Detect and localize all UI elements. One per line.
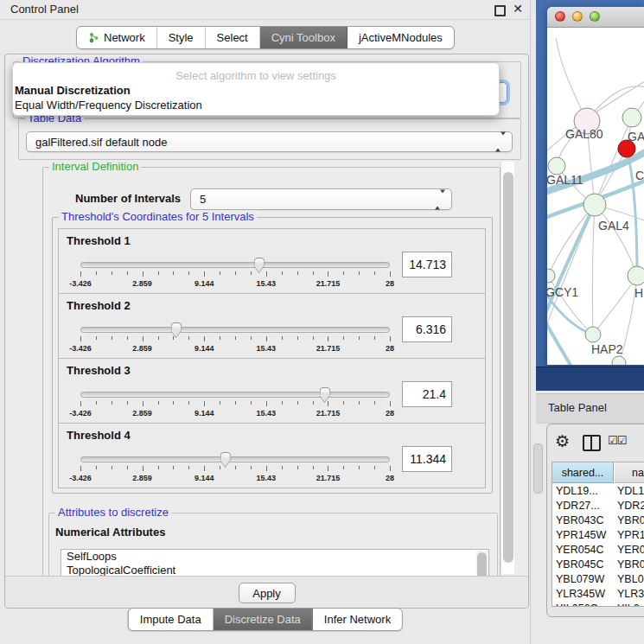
attribute-item-selfloops[interactable]: SelfLoops xyxy=(61,550,488,564)
node-label: HAP2 xyxy=(591,342,623,356)
table-row[interactable]: YIL052CYIL0 xyxy=(552,602,644,606)
network-canvas[interactable]: GAL80GACGAL11GAL4GCY1HHAP2 xyxy=(547,28,644,365)
slider-tick xyxy=(251,466,252,469)
network-node-h[interactable] xyxy=(628,266,644,285)
table-body[interactable]: YDL19...YDL1YDR27...YDR2YBR043CYBR0YPR14… xyxy=(552,484,644,606)
splitter-handle[interactable] xyxy=(533,443,543,494)
slider-tick xyxy=(313,401,314,405)
network-icon xyxy=(88,32,99,43)
checkbox-icons[interactable]: ☑☑ xyxy=(608,434,626,447)
slider-tick-label: -3.426 xyxy=(69,344,92,353)
slider-tick xyxy=(313,466,314,469)
number-of-intervals-combo[interactable]: 5 xyxy=(190,188,452,210)
float-panel-icon[interactable] xyxy=(494,5,506,16)
slider-tick xyxy=(359,401,360,405)
apply-bar: Apply xyxy=(5,576,528,608)
network-node-ga[interactable] xyxy=(622,108,641,127)
attributes-list-scrollbar[interactable] xyxy=(476,551,488,576)
slider-tick xyxy=(158,271,159,275)
apply-button[interactable]: Apply xyxy=(239,583,296,603)
table-data-combo[interactable]: galFiltered.sif default node xyxy=(26,131,513,152)
slider-tick xyxy=(112,336,112,340)
network-node[interactable] xyxy=(612,356,626,365)
slider-tick xyxy=(204,271,205,277)
tab-style[interactable]: Style xyxy=(157,27,206,48)
column-header-shared-name[interactable]: shared... xyxy=(552,462,614,483)
threshold-slider[interactable]: -3.4262.8599.14415.4321.71528 xyxy=(80,456,390,482)
table-row[interactable]: YDL19...YDL1 xyxy=(552,484,644,499)
numerical-attributes-list[interactable]: SelfLoopsTopologicalCoefficientBetweenne… xyxy=(61,549,489,576)
slider-thumb[interactable] xyxy=(253,258,265,272)
table-row[interactable]: YLR345WYLR3 xyxy=(552,587,644,602)
slider-thumb[interactable] xyxy=(170,322,182,337)
close-traffic-light[interactable] xyxy=(555,11,565,22)
combo-arrows-icon xyxy=(435,193,445,206)
network-node-hap2[interactable] xyxy=(585,327,601,342)
node-table[interactable]: shared... na YDL19...YDL1YDR27...YDR2YBR… xyxy=(552,462,644,607)
threshold-row-1: Threshold 1-3.4262.8599.14415.4321.71528… xyxy=(58,228,486,294)
table-row[interactable]: YER054CYER0 xyxy=(552,543,644,558)
minimize-traffic-light[interactable] xyxy=(572,11,583,22)
tab-select[interactable]: Select xyxy=(206,27,260,48)
cell-name: YDR2 xyxy=(615,499,644,513)
slider-track[interactable] xyxy=(80,456,390,462)
gear-icon[interactable]: ⚙ xyxy=(555,431,570,450)
threshold-value-field[interactable]: 11.344 xyxy=(402,446,452,472)
network-node-gcy1[interactable] xyxy=(547,269,555,283)
table-data-combo-value: galFiltered.sif default node xyxy=(35,136,167,149)
slider-tick xyxy=(343,466,344,469)
tab-discretize-data[interactable]: Discretize Data xyxy=(214,609,313,630)
table-row[interactable]: YBR043CYBR0 xyxy=(552,513,644,528)
slider-track[interactable] xyxy=(80,262,390,268)
tab-jactivemnodules[interactable]: jActiveMNodules xyxy=(348,27,454,48)
close-icon[interactable]: ✕ xyxy=(513,2,523,16)
split-table-icon[interactable] xyxy=(583,435,601,451)
slider-tick xyxy=(158,401,159,405)
threshold-value-field[interactable]: 14.713 xyxy=(402,252,452,277)
network-node-gal4[interactable] xyxy=(583,194,606,216)
settings-vertical-scrollbar[interactable] xyxy=(501,162,514,574)
slider-tick-label: -3.426 xyxy=(69,279,92,288)
control-panel: Control Panel ✕ NetworkStyleSelectCyni T… xyxy=(0,0,531,644)
tab-network[interactable]: Network xyxy=(77,27,157,48)
dropdown-item-manual-discretization[interactable]: Manual Discretization xyxy=(13,83,499,98)
threshold-slider[interactable]: -3.4262.8599.14415.4321.71528 xyxy=(80,327,390,353)
cell-name: YDL1 xyxy=(615,484,644,499)
slider-track[interactable] xyxy=(80,327,390,333)
attribute-item-topologicalcoefficient[interactable]: TopologicalCoefficient xyxy=(61,564,488,576)
slider-tick xyxy=(251,271,252,275)
slider-tick xyxy=(282,401,283,405)
threshold-slider[interactable]: -3.4262.8599.14415.4321.71528 xyxy=(80,392,390,418)
slider-tick xyxy=(112,271,112,275)
threshold-slider[interactable]: -3.4262.8599.14415.4321.71528 xyxy=(80,262,390,288)
slider-tick xyxy=(235,271,236,275)
zoom-traffic-light[interactable] xyxy=(590,11,600,22)
table-row[interactable]: YBR045CYBR0 xyxy=(552,558,644,572)
tab-impute-data[interactable]: Impute Data xyxy=(129,609,214,630)
table-row[interactable]: YDR27...YDR2 xyxy=(552,499,644,513)
slider-thumb[interactable] xyxy=(319,387,330,402)
slider-tick-label: 21.715 xyxy=(316,279,341,288)
table-row[interactable]: YBL079WYBL0 xyxy=(552,572,644,587)
tab-infer-network[interactable]: Infer Network xyxy=(313,609,402,630)
slider-tick xyxy=(374,401,375,405)
tab-label: Select xyxy=(217,31,248,44)
slider-tick-label: 9.144 xyxy=(194,474,214,482)
slider-tick-label: 2.859 xyxy=(132,279,152,288)
threshold-value-field[interactable]: 21.4 xyxy=(402,381,452,407)
dropdown-item-equal-width-frequency-discretization[interactable]: Equal Width/Frequency Discretization xyxy=(13,98,499,112)
table-row[interactable]: YPR145WYPR1 xyxy=(552,528,644,543)
slider-tick xyxy=(359,336,360,340)
cell-name: YBR0 xyxy=(615,513,644,528)
network-node-gal11[interactable] xyxy=(548,157,565,175)
cyni-toolbox-panel: Discretization Algorithm Select algorith… xyxy=(4,54,529,609)
slider-tick xyxy=(80,466,81,471)
slider-track[interactable] xyxy=(80,392,390,398)
tab-cyni-toolbox[interactable]: Cyni Toolbox xyxy=(260,27,348,48)
slider-tick xyxy=(143,336,143,341)
slider-tick xyxy=(297,336,298,340)
threshold-value-field[interactable]: 6.316 xyxy=(402,316,452,342)
slider-tick xyxy=(204,466,205,471)
column-header-name[interactable]: na xyxy=(615,462,644,483)
slider-thumb[interactable] xyxy=(220,452,232,467)
